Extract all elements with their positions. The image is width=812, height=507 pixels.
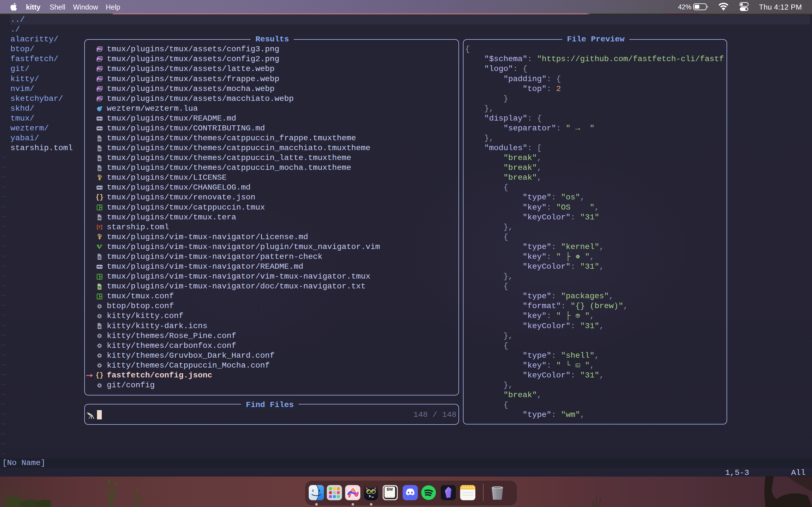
svg-text:$W: $W — [387, 487, 393, 492]
